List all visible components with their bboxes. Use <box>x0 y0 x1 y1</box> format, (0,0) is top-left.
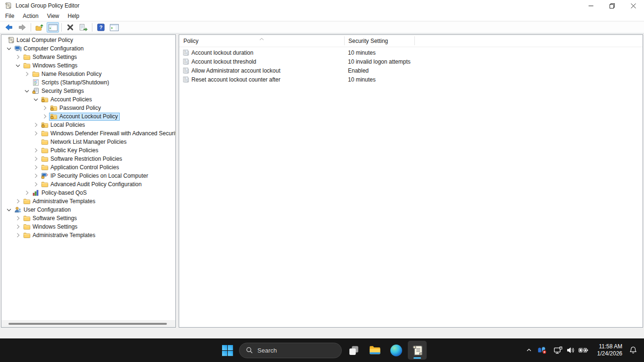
policy-row-allow-administrator-account-lockout[interactable]: 10010Allow Administrator account lockout… <box>179 66 643 75</box>
tree-item-core[interactable]: Name Resolution Policy <box>31 70 103 78</box>
tree-item-account-policies[interactable]: Account Policies <box>1 95 175 104</box>
taskbar-start-button[interactable] <box>218 341 237 360</box>
show-console-tree-button[interactable] <box>47 22 59 33</box>
policy-row-account-lockout-threshold[interactable]: 10010Account lockout threshold10 invalid… <box>179 57 643 66</box>
tree-item-ip-security-policies-on-local-computer[interactable]: IP Security Policies on Local Computer <box>1 172 175 180</box>
restore-button[interactable] <box>602 0 623 11</box>
tree-item-core[interactable]: Windows Settings <box>22 223 79 231</box>
tree-item-administrative-templates[interactable]: Administrative Templates <box>1 231 175 239</box>
menu-file[interactable]: File <box>1 12 18 20</box>
help-button[interactable]: ? <box>95 22 107 33</box>
taskbar-file-explorer-button[interactable] <box>365 341 384 360</box>
tree-item-core[interactable]: Application Control Policies <box>40 164 121 172</box>
chevron-right-icon[interactable] <box>41 113 49 120</box>
tree-item-network-list-manager-policies[interactable]: Network List Manager Policies <box>1 138 175 146</box>
chevron-down-icon[interactable] <box>32 96 40 103</box>
chevron-right-icon[interactable] <box>32 155 40 163</box>
menu-action[interactable]: Action <box>18 12 42 20</box>
tree-item-software-settings[interactable]: Software Settings <box>1 214 175 222</box>
taskbar-search[interactable]: Search <box>239 343 342 358</box>
chevron-right-icon[interactable] <box>32 172 40 180</box>
menu-help[interactable]: Help <box>64 12 84 20</box>
tree-item-core[interactable]: Security Settings <box>31 87 86 95</box>
chevron-right-icon[interactable] <box>14 53 22 61</box>
tree-item-software-restriction-policies[interactable]: Software Restriction Policies <box>1 155 175 163</box>
tree-item-core[interactable]: Administrative Templates <box>22 231 97 239</box>
tree-item-core[interactable]: Public Key Policies <box>40 147 100 155</box>
tree-item-administrative-templates[interactable]: Administrative Templates <box>1 197 175 206</box>
chevron-down-icon[interactable] <box>5 45 13 52</box>
chevron-right-icon[interactable] <box>23 189 31 197</box>
tree-item-core[interactable]: Software Restriction Policies <box>40 155 124 163</box>
minimize-button[interactable] <box>580 0 602 11</box>
taskbar-gpedit-button[interactable] <box>408 341 427 360</box>
tree-item-core[interactable]: Windows Defender Firewall with Advanced … <box>40 130 176 138</box>
tree-item-name-resolution-policy[interactable]: Name Resolution Policy <box>1 70 175 78</box>
tree-item-core[interactable]: Software Settings <box>22 53 79 61</box>
tree-item-software-settings[interactable]: Software Settings <box>1 53 175 61</box>
tree-item-core[interactable]: Password Policy <box>49 104 103 112</box>
tree-item-core[interactable]: Scripts (Startup/Shutdown) <box>31 79 111 87</box>
tree-item-core[interactable]: Administrative Templates <box>22 197 97 206</box>
tree-item-windows-settings[interactable]: Windows Settings <box>1 61 175 70</box>
tree-item-local-computer-policy[interactable]: Local Computer Policy <box>1 36 175 44</box>
taskbar-edge-button[interactable] <box>387 341 405 360</box>
tree-item-core[interactable]: Computer Configuration <box>13 45 85 53</box>
chevron-right-icon[interactable] <box>32 147 40 154</box>
policy-row-account-lockout-duration[interactable]: 10010Account lockout duration10 minutes <box>179 48 643 57</box>
menu-view[interactable]: View <box>43 12 64 20</box>
chevron-right-icon[interactable] <box>32 181 40 188</box>
tray-hidden-icons-button[interactable] <box>523 341 535 360</box>
close-button[interactable] <box>623 0 644 11</box>
tree-item-application-control-policies[interactable]: Application Control Policies <box>1 163 175 172</box>
column-header-security-setting[interactable]: Security Setting <box>344 35 414 47</box>
tree-item-computer-configuration[interactable]: Computer Configuration <box>1 44 175 53</box>
tree-item-security-settings[interactable]: Security Settings <box>1 87 175 95</box>
back-button[interactable] <box>3 22 15 33</box>
tree-item-local-policies[interactable]: Local Policies <box>1 121 175 129</box>
up-one-level-button[interactable] <box>33 22 46 33</box>
tree-item-core[interactable]: Local Policies <box>40 121 87 129</box>
tray-notifications-button[interactable] <box>626 341 642 360</box>
export-list-button[interactable] <box>77 22 90 33</box>
tree-item-core[interactable]: IP Security Policies on Local Computer <box>40 172 150 180</box>
tree-item-scripts-startup-shutdown-[interactable]: Scripts (Startup/Shutdown) <box>1 78 175 87</box>
tray-clock[interactable]: 11:58 AM1/24/2026 <box>593 343 626 357</box>
chevron-right-icon[interactable] <box>23 70 31 78</box>
tree-item-core[interactable]: Network List Manager Policies <box>40 138 128 146</box>
chevron-right-icon[interactable] <box>32 130 40 137</box>
tree-item-core[interactable]: Windows Settings <box>22 62 79 70</box>
show-action-pane-button[interactable] <box>108 22 120 33</box>
chevron-right-icon[interactable] <box>14 214 22 222</box>
horizontal-scrollbar[interactable] <box>1 320 175 327</box>
tree-item-core[interactable]: Advanced Audit Policy Configuration <box>40 181 143 189</box>
tree-item-core[interactable]: Local Computer Policy <box>6 36 75 44</box>
column-divider[interactable] <box>414 36 415 45</box>
tree-item-core[interactable]: Account Policies <box>40 96 94 104</box>
tree-item-policy-based-qos[interactable]: Policy-based QoS <box>1 189 175 197</box>
chevron-right-icon[interactable] <box>14 197 22 205</box>
tray-security-status-button[interactable] <box>535 341 550 360</box>
tree-item-core[interactable]: User Configuration <box>13 206 73 214</box>
tree-item-core[interactable]: Policy-based QoS <box>31 189 89 197</box>
scrollbar-thumb[interactable] <box>8 323 167 325</box>
tree-item-windows-settings[interactable]: Windows Settings <box>1 222 175 231</box>
taskbar-task-view-button[interactable] <box>344 341 363 360</box>
chevron-right-icon[interactable] <box>14 231 22 239</box>
tree-item-account-lockout-policy[interactable]: Account Lockout Policy <box>1 112 175 121</box>
chevron-down-icon[interactable] <box>5 206 13 214</box>
chevron-right-icon[interactable] <box>41 104 49 112</box>
tray-quick-settings[interactable] <box>550 341 593 360</box>
delete-button[interactable] <box>64 22 76 33</box>
chevron-right-icon[interactable] <box>32 164 40 171</box>
tree-item-user-configuration[interactable]: User Configuration <box>1 206 175 214</box>
tree-item-advanced-audit-policy-configuration[interactable]: Advanced Audit Policy Configuration <box>1 180 175 189</box>
chevron-down-icon[interactable] <box>14 62 22 69</box>
chevron-right-icon[interactable] <box>14 223 22 230</box>
tree-item-core[interactable]: Software Settings <box>22 214 79 222</box>
tree-item-public-key-policies[interactable]: Public Key Policies <box>1 146 175 155</box>
tree-item-core[interactable]: Account Lockout Policy <box>49 113 120 121</box>
tree-item-password-policy[interactable]: Password Policy <box>1 104 175 112</box>
forward-button[interactable] <box>16 22 28 33</box>
chevron-right-icon[interactable] <box>32 121 40 129</box>
